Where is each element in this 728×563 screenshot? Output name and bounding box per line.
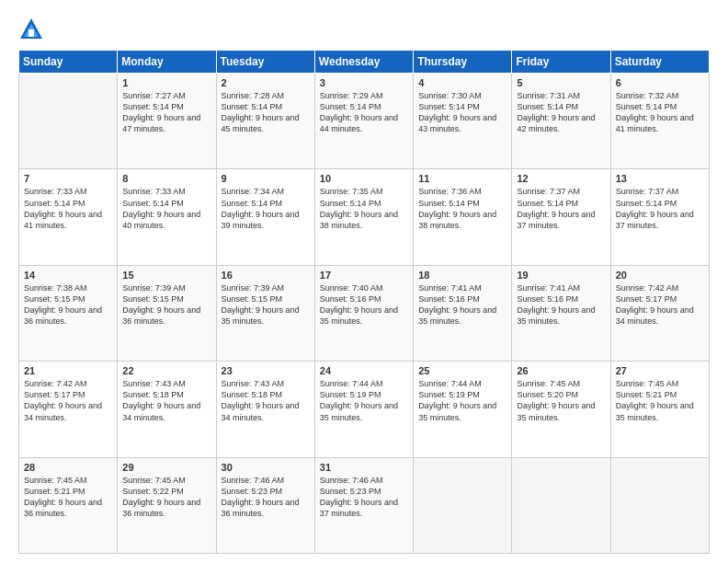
cell-info: Sunrise: 7:45 AMSunset: 5:21 PMDaylight:… <box>24 475 112 520</box>
cell-info: Sunrise: 7:42 AMSunset: 5:17 PMDaylight:… <box>24 378 112 423</box>
day-number: 23 <box>222 365 310 376</box>
cell-info: Sunrise: 7:36 AMSunset: 5:14 PMDaylight:… <box>418 186 506 231</box>
day-number: 19 <box>517 270 605 281</box>
day-number: 11 <box>418 173 506 184</box>
day-number: 8 <box>122 173 210 184</box>
cell-info: Sunrise: 7:37 AMSunset: 5:14 PMDaylight:… <box>517 186 605 231</box>
day-number: 7 <box>24 173 112 184</box>
calendar-week-2: 7Sunrise: 7:33 AMSunset: 5:14 PMDaylight… <box>19 169 710 265</box>
column-header-thursday: Thursday <box>414 51 512 74</box>
day-number: 16 <box>222 270 310 281</box>
day-number: 22 <box>122 365 210 376</box>
calendar-cell: 31Sunrise: 7:46 AMSunset: 5:23 PMDayligh… <box>314 457 413 553</box>
calendar-cell: 24Sunrise: 7:44 AMSunset: 5:19 PMDayligh… <box>314 362 413 457</box>
day-number: 9 <box>222 173 310 184</box>
calendar-cell <box>610 457 709 553</box>
day-number: 2 <box>222 77 310 88</box>
calendar-cell: 30Sunrise: 7:46 AMSunset: 5:23 PMDayligh… <box>216 457 314 553</box>
day-number: 24 <box>320 365 408 376</box>
cell-info: Sunrise: 7:39 AMSunset: 5:15 PMDaylight:… <box>122 282 210 327</box>
cell-info: Sunrise: 7:32 AMSunset: 5:14 PMDaylight:… <box>616 90 704 135</box>
column-header-wednesday: Wednesday <box>314 51 413 74</box>
cell-info: Sunrise: 7:39 AMSunset: 5:15 PMDaylight:… <box>222 282 310 327</box>
cell-info: Sunrise: 7:33 AMSunset: 5:14 PMDaylight:… <box>122 186 210 231</box>
header <box>18 17 710 42</box>
calendar-week-5: 28Sunrise: 7:45 AMSunset: 5:21 PMDayligh… <box>19 457 710 553</box>
calendar-cell: 7Sunrise: 7:33 AMSunset: 5:14 PMDaylight… <box>19 169 118 265</box>
calendar-cell: 8Sunrise: 7:33 AMSunset: 5:14 PMDaylight… <box>118 169 216 265</box>
day-number: 10 <box>320 173 408 184</box>
calendar-cell: 28Sunrise: 7:45 AMSunset: 5:21 PMDayligh… <box>19 457 118 553</box>
day-number: 13 <box>616 173 704 184</box>
column-header-friday: Friday <box>512 51 610 74</box>
calendar-cell: 4Sunrise: 7:30 AMSunset: 5:14 PMDaylight… <box>414 74 512 169</box>
day-number: 5 <box>517 77 605 88</box>
calendar-cell: 12Sunrise: 7:37 AMSunset: 5:14 PMDayligh… <box>512 169 610 265</box>
calendar-cell: 20Sunrise: 7:42 AMSunset: 5:17 PMDayligh… <box>610 265 709 361</box>
day-number: 17 <box>320 270 408 281</box>
day-number: 18 <box>418 270 506 281</box>
calendar-cell: 11Sunrise: 7:36 AMSunset: 5:14 PMDayligh… <box>414 169 512 265</box>
logo-icon <box>18 17 44 42</box>
day-number: 28 <box>24 462 112 473</box>
cell-info: Sunrise: 7:33 AMSunset: 5:14 PMDaylight:… <box>24 186 112 231</box>
day-number: 27 <box>616 365 704 376</box>
cell-info: Sunrise: 7:30 AMSunset: 5:14 PMDaylight:… <box>418 90 506 135</box>
calendar-cell: 27Sunrise: 7:45 AMSunset: 5:21 PMDayligh… <box>610 362 709 457</box>
day-number: 21 <box>24 365 112 376</box>
calendar-cell: 5Sunrise: 7:31 AMSunset: 5:14 PMDaylight… <box>512 74 610 169</box>
day-number: 3 <box>320 77 408 88</box>
calendar-cell: 23Sunrise: 7:43 AMSunset: 5:18 PMDayligh… <box>216 362 314 457</box>
cell-info: Sunrise: 7:45 AMSunset: 5:21 PMDaylight:… <box>616 378 704 423</box>
calendar-cell: 26Sunrise: 7:45 AMSunset: 5:20 PMDayligh… <box>512 362 610 457</box>
calendar-cell: 6Sunrise: 7:32 AMSunset: 5:14 PMDaylight… <box>610 74 709 169</box>
column-header-saturday: Saturday <box>610 51 709 74</box>
calendar-week-3: 14Sunrise: 7:38 AMSunset: 5:15 PMDayligh… <box>19 265 710 361</box>
day-number: 25 <box>418 365 506 376</box>
calendar-cell: 2Sunrise: 7:28 AMSunset: 5:14 PMDaylight… <box>216 74 314 169</box>
cell-info: Sunrise: 7:43 AMSunset: 5:18 PMDaylight:… <box>122 378 210 423</box>
calendar-cell: 16Sunrise: 7:39 AMSunset: 5:15 PMDayligh… <box>216 265 314 361</box>
cell-info: Sunrise: 7:27 AMSunset: 5:14 PMDaylight:… <box>122 90 210 135</box>
column-header-sunday: Sunday <box>19 51 118 74</box>
day-number: 31 <box>320 462 408 473</box>
day-number: 1 <box>122 77 210 88</box>
calendar-cell <box>19 74 118 169</box>
cell-info: Sunrise: 7:45 AMSunset: 5:22 PMDaylight:… <box>122 475 210 520</box>
calendar-cell: 1Sunrise: 7:27 AMSunset: 5:14 PMDaylight… <box>118 74 216 169</box>
calendar-cell <box>414 457 512 553</box>
day-number: 20 <box>616 270 704 281</box>
column-header-tuesday: Tuesday <box>216 51 314 74</box>
day-number: 6 <box>616 77 704 88</box>
cell-info: Sunrise: 7:41 AMSunset: 5:16 PMDaylight:… <box>418 282 506 327</box>
cell-info: Sunrise: 7:38 AMSunset: 5:15 PMDaylight:… <box>24 282 112 327</box>
calendar-header: SundayMondayTuesdayWednesdayThursdayFrid… <box>19 51 710 74</box>
day-number: 4 <box>418 77 506 88</box>
header-row: SundayMondayTuesdayWednesdayThursdayFrid… <box>19 51 710 74</box>
cell-info: Sunrise: 7:44 AMSunset: 5:19 PMDaylight:… <box>418 378 506 423</box>
cell-info: Sunrise: 7:45 AMSunset: 5:20 PMDaylight:… <box>517 378 605 423</box>
cell-info: Sunrise: 7:31 AMSunset: 5:14 PMDaylight:… <box>517 90 605 135</box>
day-number: 29 <box>122 462 210 473</box>
day-number: 14 <box>24 270 112 281</box>
calendar-week-4: 21Sunrise: 7:42 AMSunset: 5:17 PMDayligh… <box>19 362 710 457</box>
calendar-cell: 10Sunrise: 7:35 AMSunset: 5:14 PMDayligh… <box>314 169 413 265</box>
calendar-cell: 29Sunrise: 7:45 AMSunset: 5:22 PMDayligh… <box>118 457 216 553</box>
calendar-cell: 25Sunrise: 7:44 AMSunset: 5:19 PMDayligh… <box>414 362 512 457</box>
calendar-cell: 9Sunrise: 7:34 AMSunset: 5:14 PMDaylight… <box>216 169 314 265</box>
cell-info: Sunrise: 7:34 AMSunset: 5:14 PMDaylight:… <box>222 186 310 231</box>
day-number: 12 <box>517 173 605 184</box>
calendar-cell: 19Sunrise: 7:41 AMSunset: 5:16 PMDayligh… <box>512 265 610 361</box>
page: SundayMondayTuesdayWednesdayThursdayFrid… <box>0 0 728 563</box>
column-header-monday: Monday <box>118 51 216 74</box>
cell-info: Sunrise: 7:46 AMSunset: 5:23 PMDaylight:… <box>222 475 310 520</box>
cell-info: Sunrise: 7:28 AMSunset: 5:14 PMDaylight:… <box>222 90 310 135</box>
logo <box>18 17 47 42</box>
cell-info: Sunrise: 7:40 AMSunset: 5:16 PMDaylight:… <box>320 282 408 327</box>
cell-info: Sunrise: 7:46 AMSunset: 5:23 PMDaylight:… <box>320 475 408 520</box>
cell-info: Sunrise: 7:44 AMSunset: 5:19 PMDaylight:… <box>320 378 408 423</box>
calendar-cell: 3Sunrise: 7:29 AMSunset: 5:14 PMDaylight… <box>314 74 413 169</box>
cell-info: Sunrise: 7:37 AMSunset: 5:14 PMDaylight:… <box>616 186 704 231</box>
cell-info: Sunrise: 7:43 AMSunset: 5:18 PMDaylight:… <box>222 378 310 423</box>
day-number: 30 <box>222 462 310 473</box>
